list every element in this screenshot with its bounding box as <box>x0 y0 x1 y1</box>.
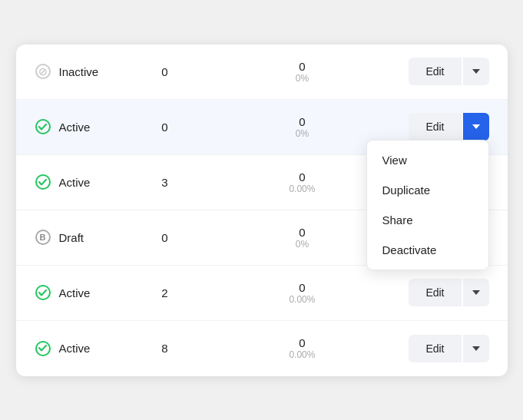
inactive-icon: ⊘ <box>35 63 51 80</box>
table-row: Active 8 0 0.00% Edit <box>16 321 508 376</box>
pct-col: 0 0.00% <box>196 281 409 305</box>
actions-col: Edit <box>409 335 488 362</box>
table-row: ⊘ Inactive 0 0 0% Edit <box>16 45 508 100</box>
active-icon <box>35 174 51 190</box>
pct-col: 0 0% <box>196 60 409 84</box>
draft-icon: B <box>35 229 51 246</box>
edit-button[interactable]: Edit <box>409 58 461 85</box>
table-row: Active 0 0 0% Edit View Duplicate Share … <box>16 100 508 155</box>
status-label: Active <box>59 121 91 134</box>
chevron-down-icon <box>472 290 480 295</box>
status-col: Active <box>35 174 134 190</box>
edit-button[interactable]: Edit <box>409 113 461 141</box>
chevron-down-icon <box>472 124 480 129</box>
draft-circle-icon: B <box>35 230 51 245</box>
active-circle-icon <box>35 341 51 356</box>
active-icon <box>35 284 51 301</box>
inactive-circle-icon: ⊘ <box>35 64 51 79</box>
num-col-1: 0 <box>134 231 196 244</box>
pct-col: 0 0% <box>196 115 409 139</box>
status-col: Active <box>35 118 134 135</box>
status-label: Draft <box>59 231 84 244</box>
edit-button[interactable]: Edit <box>409 279 461 306</box>
dropdown-menu: View Duplicate Share Deactivate <box>366 140 489 270</box>
dropdown-item-share[interactable]: Share <box>367 205 488 235</box>
pct-col: 0 0.00% <box>196 336 409 360</box>
active-icon <box>35 340 51 357</box>
pct-main: 0 <box>196 60 409 73</box>
pct-sub: 0.00% <box>196 349 409 360</box>
status-col: ⊘ Inactive <box>35 63 134 80</box>
status-col: B Draft <box>35 229 134 246</box>
active-circle-icon <box>35 174 51 190</box>
active-circle-icon <box>35 119 51 134</box>
status-label: Active <box>59 176 91 189</box>
main-card: ⊘ Inactive 0 0 0% Edit Active 0 <box>16 45 508 376</box>
active-circle-icon <box>35 285 51 300</box>
num-col-1: 0 <box>134 121 196 134</box>
pct-sub: 0% <box>196 73 409 84</box>
dropdown-item-view[interactable]: View <box>367 145 488 175</box>
num-col-1: 3 <box>134 176 196 189</box>
table-row: Active 2 0 0.00% Edit <box>16 266 508 321</box>
actions-col: Edit <box>409 58 488 85</box>
status-label: Active <box>59 342 91 355</box>
chevron-dropdown-button[interactable] <box>463 335 489 362</box>
chevron-dropdown-button[interactable] <box>463 113 489 141</box>
status-col: Active <box>35 340 134 357</box>
dropdown-item-duplicate[interactable]: Duplicate <box>367 175 488 205</box>
chevron-dropdown-button[interactable] <box>463 58 489 85</box>
dropdown-item-deactivate[interactable]: Deactivate <box>367 235 488 265</box>
num-col-1: 0 <box>134 65 196 78</box>
pct-sub: 0.00% <box>196 294 409 305</box>
status-label: Active <box>59 286 91 299</box>
pct-main: 0 <box>196 115 409 128</box>
actions-col: Edit <box>409 113 488 141</box>
chevron-down-icon <box>472 69 480 74</box>
pct-main: 0 <box>196 336 409 349</box>
num-col-1: 8 <box>134 342 196 355</box>
status-label: Inactive <box>59 65 99 78</box>
pct-sub: 0% <box>196 128 409 139</box>
status-col: Active <box>35 284 134 301</box>
chevron-down-icon <box>472 346 480 351</box>
active-icon <box>35 118 51 135</box>
edit-button[interactable]: Edit <box>409 335 461 362</box>
actions-col: Edit <box>409 279 488 306</box>
chevron-dropdown-button[interactable] <box>463 279 489 306</box>
pct-main: 0 <box>196 281 409 294</box>
num-col-1: 2 <box>134 286 196 299</box>
